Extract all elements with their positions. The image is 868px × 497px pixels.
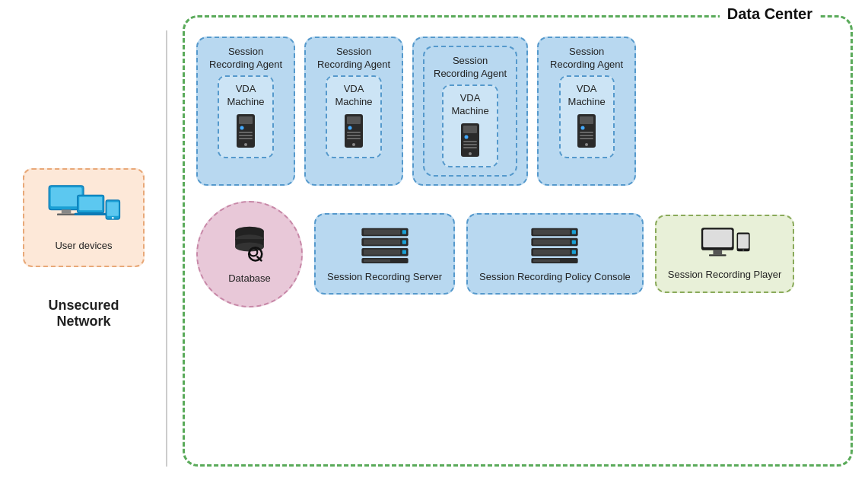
svg-rect-15: [239, 138, 253, 139]
vda-agent-label-3: SessionRecording Agent: [434, 55, 507, 81]
vda-inner-3: VDAMachine: [442, 84, 498, 167]
svg-rect-2: [62, 210, 71, 214]
svg-rect-6: [75, 213, 107, 215]
session-recording-policy-label: Session Recording Policy Console: [479, 270, 631, 284]
svg-rect-28: [463, 144, 477, 145]
svg-rect-56: [364, 260, 390, 263]
svg-point-12: [240, 126, 243, 129]
vda-group-3-4: SessionRecording Agent VDAMachine: [412, 37, 528, 186]
svg-rect-69: [703, 230, 732, 247]
svg-rect-35: [580, 135, 593, 136]
svg-rect-50: [364, 239, 400, 244]
main-container: User devices UnsecuredNetwork Data Cente…: [0, 0, 868, 497]
vda-box-3: SessionRecording Agent VDAMachine: [423, 46, 517, 177]
svg-rect-47: [364, 229, 400, 234]
vda-agent-label-2: SessionRecording Agent: [317, 46, 390, 72]
session-recording-server-box: Session Recording Server: [314, 213, 455, 295]
svg-point-33: [581, 126, 585, 129]
vda-agent-label-1: SessionRecording Agent: [209, 46, 282, 72]
database-box: Database: [196, 201, 303, 307]
svg-point-37: [585, 143, 588, 146]
user-devices-label: User devices: [55, 239, 112, 253]
svg-rect-73: [738, 234, 749, 249]
tower-icon-3: [456, 122, 485, 160]
vda-box-1: SessionRecording Agent VDAMachine: [196, 37, 295, 186]
session-recording-policy-box: Session Recording Policy Console: [466, 213, 644, 295]
user-devices-icon: [46, 181, 122, 234]
session-recording-player-label: Session Recording Player: [668, 268, 782, 282]
tower-icon-1: [231, 113, 260, 151]
svg-rect-54: [402, 250, 405, 253]
vda-machine-label-3: VDAMachine: [451, 92, 488, 118]
session-recording-server-label: Session Recording Server: [327, 270, 442, 284]
data-center-border: Data Center SessionRecording Agent VDAMa…: [183, 15, 853, 467]
svg-rect-32: [580, 116, 593, 124]
server-icon: [358, 224, 412, 266]
vda-machine-label-1: VDAMachine: [227, 83, 264, 109]
svg-rect-14: [239, 135, 253, 136]
left-panel: User devices UnsecuredNetwork: [0, 0, 167, 497]
svg-rect-70: [713, 250, 722, 254]
svg-rect-3: [57, 214, 75, 216]
unsecured-network-label: UnsecuredNetwork: [48, 298, 119, 330]
session-recording-player-box: Session Recording Player: [655, 215, 795, 292]
svg-point-30: [469, 152, 472, 155]
vda-machine-label-4: VDAMachine: [568, 83, 606, 109]
player-icon: [698, 225, 752, 263]
svg-rect-61: [533, 239, 570, 244]
svg-rect-18: [347, 116, 361, 124]
vda-row: SessionRecording Agent VDAMachine: [196, 37, 839, 186]
svg-point-9: [112, 217, 114, 219]
svg-rect-62: [572, 240, 576, 244]
tower-icon-2: [339, 113, 368, 151]
data-center-title: Data Center: [720, 5, 820, 23]
vda-inner-2: VDAMachine: [326, 75, 381, 158]
svg-point-16: [244, 143, 247, 146]
vda-inner-4: VDAMachine: [559, 75, 615, 158]
svg-rect-25: [463, 126, 477, 133]
vda-inner-1: VDAMachine: [218, 75, 273, 158]
svg-rect-67: [533, 260, 560, 263]
svg-rect-48: [402, 230, 405, 234]
right-panel: Data Center SessionRecording Agent VDAMa…: [167, 0, 868, 497]
svg-rect-22: [347, 138, 361, 139]
svg-point-74: [742, 250, 743, 251]
svg-rect-59: [572, 230, 576, 234]
svg-rect-27: [463, 141, 477, 142]
database-icon: [227, 221, 272, 267]
svg-rect-71: [709, 255, 727, 256]
vda-machine-label-2: VDAMachine: [335, 83, 372, 109]
svg-point-26: [465, 135, 469, 139]
svg-rect-21: [347, 135, 361, 136]
svg-rect-36: [580, 138, 593, 139]
policy-server-icon: [528, 224, 581, 266]
svg-rect-34: [580, 132, 593, 133]
svg-point-19: [348, 126, 351, 129]
vda-box-4: SessionRecording Agent VDAMachine: [537, 37, 636, 186]
svg-rect-8: [107, 202, 119, 216]
svg-rect-29: [463, 147, 477, 148]
vda-agent-label-4: SessionRecording Agent: [550, 46, 623, 72]
tower-icon-4: [572, 113, 601, 151]
svg-rect-5: [79, 197, 102, 211]
svg-rect-51: [402, 240, 405, 244]
svg-rect-64: [533, 250, 570, 255]
svg-point-23: [352, 143, 355, 146]
user-devices-box: User devices: [23, 168, 145, 267]
bottom-row: Database: [196, 201, 839, 307]
database-label: Database: [228, 272, 271, 285]
svg-rect-20: [347, 132, 361, 133]
svg-rect-53: [364, 250, 400, 255]
svg-rect-13: [239, 132, 253, 133]
svg-rect-65: [572, 250, 576, 253]
svg-rect-58: [533, 229, 570, 234]
svg-rect-11: [239, 116, 253, 124]
vda-box-2: SessionRecording Agent VDAMachine: [304, 37, 403, 186]
